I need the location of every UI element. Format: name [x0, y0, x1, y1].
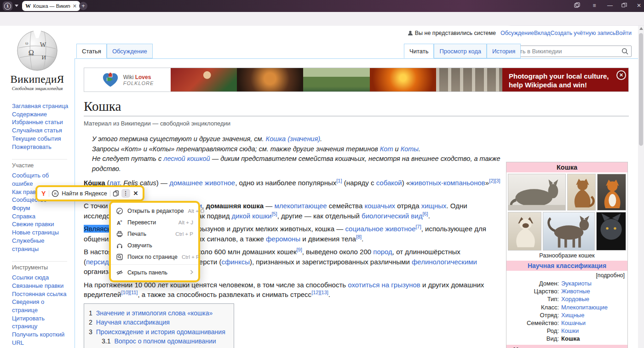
personal-link[interactable]: Войти	[615, 30, 632, 36]
toc-text[interactable]: Вопрос о полном одомашнивании	[114, 337, 216, 345]
menu-item-read-aloud[interactable]: Озвучить	[111, 240, 198, 251]
minimize-button[interactable]: —	[606, 2, 614, 9]
toc-item[interactable]: 4Биология	[89, 346, 225, 348]
wiki-link[interactable]: фелинологическими	[412, 258, 477, 266]
sidebar-link[interactable]: Пожертвовать	[12, 143, 70, 151]
cat-photo[interactable]	[508, 174, 566, 211]
sidebar-link[interactable]: Новые страницы	[12, 228, 70, 237]
wikipedia-logo[interactable]: Ω W И ω ВикипедиЯ Свободная энциклопедия	[0, 29, 75, 91]
sidebar-link[interactable]: Текущие события	[12, 135, 70, 143]
wiki-link[interactable]: дикой кошки	[232, 212, 272, 220]
banner-message-panel[interactable]: Photograph your local culture, help Wiki…	[502, 68, 628, 91]
personal-link[interactable]: Обсуждение	[500, 30, 534, 36]
scrollbar-thumb[interactable]	[639, 33, 643, 146]
wiki-link[interactable]: лесной кошкой	[163, 155, 210, 162]
reference-link[interactable]: [8]	[356, 234, 362, 240]
tab-close-icon[interactable]: ✕	[73, 3, 77, 9]
reference-link[interactable]: [9]	[297, 247, 302, 252]
toc-item[interactable]: 3.1Вопрос о полном одомашнивании	[102, 337, 225, 346]
tab-view-source[interactable]: Просмотр кода	[434, 44, 487, 58]
wiki-link[interactable]: Коты	[401, 145, 419, 153]
restore-button[interactable]	[621, 2, 628, 9]
menu-item-open-in-editor[interactable]: Открыть в редакторе Alt + O	[111, 205, 198, 217]
page-scrollbar[interactable]	[638, 26, 644, 348]
tab-group-button[interactable]: 1	[3, 1, 12, 11]
taxonomy-value[interactable]: Эукариоты	[561, 280, 592, 287]
toolbar-close-icon[interactable]: ✕	[132, 190, 139, 197]
sidebar-link[interactable]: Связанные правки	[12, 282, 70, 290]
find-in-yandex-button[interactable]: Найти в Яндексе	[61, 190, 107, 197]
wiki-link[interactable]: собакой	[376, 179, 402, 187]
personal-link[interactable]: Создать учётную запись	[550, 30, 615, 36]
wiki-link[interactable]: социальное животное	[345, 225, 415, 233]
toc-item[interactable]: 2Научная классификация	[89, 318, 225, 327]
reference-link[interactable]: [10][11]	[121, 290, 138, 295]
cat-photo[interactable]	[596, 212, 626, 251]
wiki-link[interactable]: феромоны	[266, 235, 300, 243]
tab-discussion[interactable]: Обсуждение	[107, 44, 153, 58]
browser-menu-icon[interactable]: ≡	[591, 2, 598, 9]
cat-photo[interactable]	[567, 174, 596, 211]
reference-link[interactable]: [6]	[422, 211, 428, 217]
wiki-search-input[interactable]	[502, 46, 632, 57]
sidebar-link[interactable]: Избранные статьи	[12, 118, 70, 126]
personal-link[interactable]: Вклад	[534, 30, 551, 36]
chevron-down-icon[interactable]	[15, 5, 18, 7]
wiki-link[interactable]: хищных	[421, 202, 447, 210]
tab-history[interactable]: История	[487, 44, 521, 58]
wiki-link[interactable]: Кошка (значения)	[266, 135, 320, 143]
wiki-loves-folklore-banner[interactable]: Wiki Loves FOLKLORE Photograph your loca…	[84, 68, 629, 92]
wiki-link[interactable]: домашнее животное	[169, 179, 235, 187]
menu-item-translate[interactable]: Ая Перевести Alt + J	[111, 217, 198, 228]
new-tab-button[interactable]: +	[79, 2, 87, 10]
sidebar-link[interactable]: Ссылки сюда	[12, 274, 70, 282]
wiki-link[interactable]: млекопитающее	[275, 202, 327, 210]
menu-item-hide-panel[interactable]: Скрыть панель	[111, 267, 198, 278]
copy-icon[interactable]	[113, 190, 119, 197]
toc-text[interactable]: Научная классификация	[96, 319, 170, 326]
toolbar-more-icon[interactable]: ⋮	[121, 189, 130, 198]
wiki-link[interactable]: Кот	[380, 145, 393, 153]
taxonomy-value[interactable]: Кошачьи	[561, 319, 586, 327]
cat-photo[interactable]	[597, 174, 626, 211]
taxonomy-value[interactable]: Животные	[561, 287, 590, 295]
menu-item-find-on-page[interactable]: Поиск по странице Ctrl + F	[111, 251, 198, 262]
reference-link[interactable]: [1]	[336, 178, 342, 183]
side-panels-icon[interactable]	[573, 2, 581, 10]
menu-item-print[interactable]: Печать Ctrl + P	[111, 228, 198, 240]
sidebar-link[interactable]: Свежие правки	[12, 220, 70, 228]
sidebar-link[interactable]: Случайная статья	[12, 126, 70, 135]
sidebar-link[interactable]: Форум	[12, 204, 70, 212]
reference-link[interactable]: [12][13]	[311, 290, 328, 295]
cat-photo[interactable]	[508, 212, 541, 251]
sidebar-link[interactable]: Получить короткий URL	[12, 331, 70, 347]
taxonomy-value[interactable]: Хищные	[561, 311, 584, 319]
search-icon[interactable]	[621, 48, 628, 57]
sidebar-link[interactable]: Цитировать страницу	[12, 314, 70, 331]
toc-item[interactable]: 1Значение и этимология слова «кошка»	[89, 308, 225, 318]
sidebar-link[interactable]: Сведения о странице	[12, 298, 70, 314]
tab-article[interactable]: Статья	[76, 44, 107, 58]
wiki-link[interactable]: животных-компаньонов	[410, 179, 485, 187]
reference-link[interactable]: [7]	[416, 224, 421, 229]
sidebar-link[interactable]: Служебные страницы	[12, 237, 70, 253]
scroll-up-icon[interactable]	[639, 27, 643, 30]
wiki-link[interactable]: охотиться на грызунов	[348, 281, 420, 289]
wiki-link[interactable]: биологический вид	[362, 212, 422, 220]
taxonomy-value[interactable]: Кошки	[561, 327, 579, 335]
classification-details-link[interactable]: [подробно]	[506, 271, 627, 280]
wiki-link[interactable]: кошачьих	[364, 202, 395, 210]
close-button[interactable]: ✕	[635, 2, 643, 9]
sidebar-link[interactable]: Постоянная ссылка	[12, 290, 70, 298]
toc-text[interactable]: Происхождение и история одомашнивания	[96, 328, 225, 336]
sidebar-link[interactable]: Заглавная страница	[12, 102, 70, 110]
banner-close-icon[interactable]: ✕	[616, 70, 626, 80]
wiki-link[interactable]: сфинксы	[221, 258, 250, 266]
toc-text[interactable]: Значение и этимология слова «кошка»	[96, 309, 213, 317]
tab-read[interactable]: Читать	[404, 44, 434, 58]
sidebar-link[interactable]: Содержание	[12, 110, 70, 119]
toc-item[interactable]: 3Происхождение и история одомашнивания	[89, 327, 225, 337]
reference-link[interactable]: [5]	[271, 211, 277, 217]
cat-photo[interactable]	[543, 212, 595, 251]
wiki-link[interactable]: пород	[373, 248, 392, 256]
